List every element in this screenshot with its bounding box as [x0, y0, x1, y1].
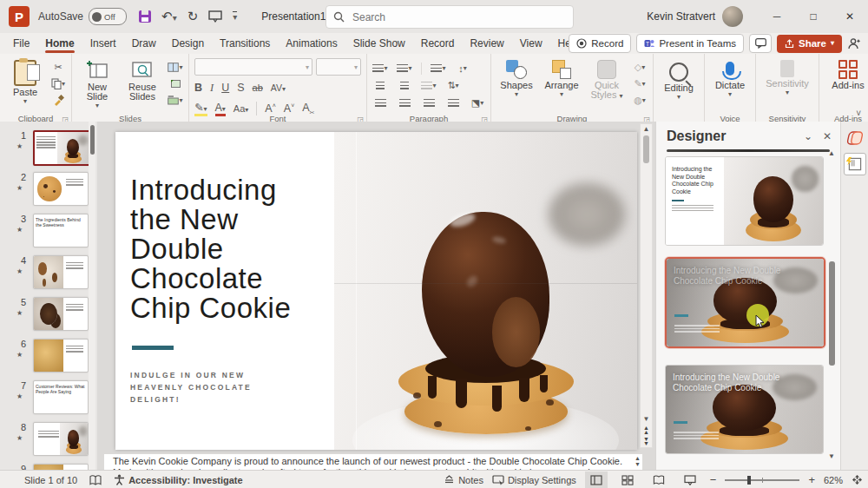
maximize-button[interactable]: □ — [795, 0, 832, 33]
scroll-up-icon[interactable]: ▲ — [643, 125, 650, 133]
align-center-icon[interactable] — [397, 96, 412, 109]
search-box[interactable] — [326, 5, 574, 29]
line-spacing-icon[interactable]: ↕▾ — [455, 62, 470, 75]
search-input[interactable] — [351, 10, 528, 24]
person-sparkle-icon[interactable] — [847, 37, 861, 49]
slide-subtitle[interactable]: INDULGE IN OUR NEWHEAVENLY CHOCOLATEDELI… — [130, 369, 334, 406]
collapse-ribbon-icon[interactable]: ˅ — [856, 109, 861, 118]
undo-icon[interactable]: ↶▾ — [161, 9, 177, 24]
notes-book-icon[interactable] — [89, 475, 102, 485]
slide-thumbnail-2[interactable] — [33, 172, 89, 206]
ribbon-tab-insert[interactable]: Insert — [82, 33, 124, 54]
close-button[interactable]: ✕ — [832, 0, 868, 33]
shape-effects-icon[interactable]: ◍▾ — [632, 94, 648, 107]
font-name-select[interactable]: ▾ — [194, 58, 312, 76]
design-suggestion-1[interactable]: Introducing the New Double Chocolate Chi… — [665, 156, 824, 246]
character-spacing-button[interactable]: AV▾ — [271, 82, 286, 93]
slide-thumbnail-5[interactable] — [33, 297, 89, 331]
columns-icon[interactable]: ▾ — [421, 79, 437, 92]
slide-thumbnail-9[interactable] — [33, 464, 89, 470]
designer-close-icon[interactable]: ✕ — [823, 130, 832, 142]
notes-toggle[interactable]: Notes — [444, 475, 483, 485]
normal-view-button[interactable] — [585, 472, 608, 488]
autosave-toggle[interactable]: Off — [89, 8, 127, 25]
reset-slide-icon[interactable] — [168, 77, 183, 90]
sensitivity-button[interactable]: Sensitivity ▾ — [761, 58, 813, 96]
design-suggestion-2-selected[interactable]: Introducing the New Double Chocolate Chi… — [665, 257, 825, 348]
designer-scroll-up-icon[interactable]: ▲ — [828, 149, 835, 157]
editing-button[interactable]: Editing ▾ — [659, 58, 699, 100]
thumbnail-scrollbar-thumb[interactable] — [90, 125, 95, 155]
zoom-out-button[interactable]: − — [710, 473, 717, 486]
fit-slide-icon[interactable] — [852, 474, 863, 485]
minimize-button[interactable]: ─ — [759, 0, 795, 33]
next-slide-button[interactable]: ▼▼ — [643, 437, 649, 445]
comments-button[interactable] — [749, 34, 772, 53]
italic-button[interactable]: I — [210, 82, 214, 95]
shape-outline-icon[interactable]: ✎▾ — [632, 77, 648, 90]
slide-thumbnail-7[interactable]: Customer Reviews: What People Are Saying — [33, 380, 89, 414]
designer-scrollbar-thumb[interactable] — [829, 261, 835, 366]
designer-scrollbar[interactable]: ▲ ▼ — [826, 149, 837, 462]
ribbon-tab-transitions[interactable]: Transitions — [212, 33, 278, 54]
shapes-button[interactable]: Shapes ▾ — [496, 58, 536, 97]
bold-button[interactable]: B — [194, 82, 202, 94]
ribbon-tab-slide-show[interactable]: Slide Show — [345, 33, 413, 54]
decrease-indent-icon[interactable] — [372, 79, 388, 92]
slide-text-block[interactable]: Introducingthe NewDoubleChocolateChip Co… — [115, 132, 334, 450]
display-settings[interactable]: Display Settings — [492, 475, 576, 485]
underline-button[interactable]: U — [221, 82, 229, 94]
addins-button[interactable]: Add-ins — [825, 58, 868, 90]
scrollbar-thumb[interactable] — [643, 135, 649, 163]
ribbon-tab-animations[interactable]: Animations — [278, 33, 345, 54]
slide-thumbnail-4[interactable] — [33, 255, 89, 289]
designer-pane-button[interactable] — [844, 153, 866, 175]
record-button[interactable]: Record — [569, 34, 631, 53]
autosave-control[interactable]: AutoSave Off — [38, 8, 127, 25]
slideshow-view-button[interactable] — [679, 472, 701, 488]
scroll-down-icon[interactable]: ▼ — [643, 415, 650, 423]
slide-thumbnail-3[interactable]: The Ingredients Behind the Sweetness — [33, 214, 89, 247]
thumbnail-scrollbar[interactable] — [89, 122, 95, 470]
notes-pane[interactable]: The Kevin Cookie Company is proud to ann… — [104, 454, 642, 470]
present-in-teams-button[interactable]: T Present in Teams — [636, 34, 744, 53]
dictate-button[interactable]: Dictate ▾ — [710, 58, 750, 97]
paste-button[interactable]: Paste ▾ — [5, 58, 45, 104]
font-size-select[interactable]: ▾ — [316, 58, 361, 76]
current-slide[interactable]: Introducingthe NewDoubleChocolateChip Co… — [115, 132, 637, 450]
change-case-button[interactable]: Aa▾ — [233, 103, 248, 114]
convert-smartart-icon[interactable]: ⬔▾ — [470, 96, 485, 109]
new-slide-button[interactable]: New Slide ▾ — [77, 58, 117, 109]
bullets-icon[interactable]: ▾ — [372, 62, 388, 75]
start-slideshow-icon[interactable] — [208, 10, 222, 23]
format-painter-icon[interactable] — [50, 94, 66, 107]
ribbon-tab-design[interactable]: Design — [164, 33, 212, 54]
slide-sorter-view-button[interactable] — [616, 472, 639, 488]
ribbon-tab-file[interactable]: File — [5, 33, 37, 54]
slide-thumbnail-6[interactable] — [33, 339, 89, 373]
accessibility-checker[interactable]: Accessibility: Investigate — [114, 474, 242, 485]
design-suggestion-3[interactable]: Introducing the New Double Chocolate Chi… — [665, 365, 824, 454]
slide-title[interactable]: Introducingthe NewDoubleChocolateChip Co… — [130, 175, 334, 323]
designer-scroll-down-icon[interactable]: ▼ — [828, 452, 835, 460]
redo-icon[interactable]: ↻ — [187, 9, 199, 24]
text-direction-icon[interactable]: ⇅▾ — [445, 79, 461, 92]
avatar[interactable] — [722, 6, 743, 27]
justify-icon[interactable] — [445, 96, 461, 109]
notes-scroll-arrows[interactable]: ▲▼ — [635, 455, 641, 467]
increase-indent-icon[interactable] — [397, 79, 412, 92]
cut-icon[interactable]: ✂ — [50, 61, 66, 74]
zoom-in-button[interactable]: + — [808, 473, 815, 486]
zoom-slider-thumb[interactable] — [747, 476, 751, 485]
designer-collapse-icon[interactable]: ⌄ — [804, 130, 812, 142]
customize-toolbar-icon[interactable]: ▾ — [233, 11, 237, 22]
copilot-pane-icon[interactable] — [847, 131, 862, 144]
account-control[interactable]: Kevin Stratvert — [647, 6, 743, 27]
ribbon-tab-draw[interactable]: Draw — [124, 33, 164, 54]
canvas-scrollbar[interactable]: ▲ ▼ ▲▲ ▼▼ — [640, 123, 653, 448]
ribbon-tab-record[interactable]: Record — [413, 33, 463, 54]
reading-view-button[interactable] — [648, 472, 670, 488]
section-icon[interactable]: ▾ — [168, 94, 183, 107]
indent-icon[interactable]: ▾ — [431, 62, 446, 75]
shape-fill-icon[interactable]: ◇▾ — [632, 61, 648, 74]
